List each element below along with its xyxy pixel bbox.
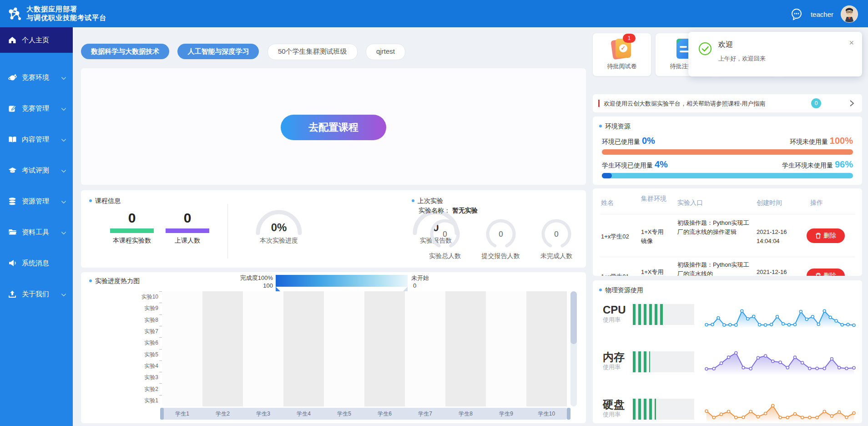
sidebar-nav: 个人主页 竞赛环境 竞赛管理 内容管理 考试评测 资源管理 — [0, 27, 73, 426]
env-title-row: 环境资源 — [599, 122, 631, 131]
env-free-row1: 环境未使用量 100% — [790, 136, 853, 146]
delete-button[interactable]: 删除 — [807, 228, 845, 243]
env-free-value: 100% — [830, 136, 853, 146]
slider-handle-left[interactable] — [160, 408, 164, 420]
legend-gradient-bar[interactable] — [276, 275, 408, 287]
env-progress-bar-2 — [602, 173, 853, 178]
ring-gauge-total: 0 实验总人数 — [420, 218, 470, 260]
col-header-action: 操作 — [810, 198, 847, 207]
cell-env: 1+X专用镜像 — [641, 268, 669, 276]
cell-name: 1+x学生02 — [601, 232, 639, 241]
tab-qjrtest[interactable]: qjrtest — [366, 44, 405, 60]
bullet-icon — [599, 289, 602, 291]
chevron-down-icon — [61, 75, 66, 80]
cell-entry: 初级操作题：Python实现工厂的流水线的 — [677, 260, 752, 276]
heatmap-v-scrollbar[interactable] — [570, 291, 577, 406]
info-text: 欢迎使用云创大数据实验平台，相关帮助请参照课程-用户指南 — [604, 100, 765, 108]
sidebar-item-material-tools[interactable]: 资料工具 — [0, 221, 73, 243]
col-header-env: 集群环境 — [641, 194, 669, 203]
legend-right-labels: 未开始 0 — [411, 274, 429, 289]
heatmap-y-label: 实验7 — [120, 326, 158, 337]
heatmap-column — [405, 291, 445, 406]
help-info-bar[interactable]: 欢迎使用云创大数据实验平台，相关帮助请参照课程-用户指南 0 — [593, 94, 862, 112]
ring-arc: 0 — [485, 218, 516, 249]
legend-handle-right[interactable] — [403, 287, 408, 291]
ring-label: 实验总人数 — [420, 252, 470, 260]
tab-ai-deep-learning[interactable]: 人工智能与深度学习 — [177, 44, 259, 59]
experiment-name-label: 实验名称： — [419, 207, 450, 214]
tab-cluster-test-class[interactable]: 50个学生集群测试班级 — [267, 44, 358, 60]
sidebar-item-competition-env[interactable]: 竞赛环境 — [0, 66, 73, 88]
tab-data-science[interactable]: 数据科学与大数据技术 — [81, 44, 169, 59]
sidebar-item-home[interactable]: 个人主页 — [0, 27, 73, 53]
notify-card-exam[interactable]: ✓ 1 待批阅试卷 — [593, 33, 651, 76]
cell-entry: 初级操作题：Python实现工厂的流水线的操作逻辑 — [677, 218, 752, 237]
section-title: 环境资源 — [605, 122, 631, 130]
heatmap-column — [324, 291, 364, 406]
sidebar-item-resource-mgmt[interactable]: 资源管理 — [0, 190, 73, 212]
exam-paper-icon: ✓ 1 — [611, 38, 633, 60]
username[interactable]: teacher — [811, 10, 833, 18]
cpu-stripe-gauge — [633, 304, 694, 325]
resource-label: 内存 — [603, 351, 625, 363]
configure-course-button[interactable]: 去配置课程 — [281, 115, 386, 140]
delete-button[interactable]: 删除 — [807, 269, 845, 276]
sidebar-item-about-us[interactable]: 关于我们 — [0, 283, 73, 305]
env-free-label: 学生环境未使用量 — [782, 162, 833, 169]
heatmap-column — [445, 291, 486, 406]
top-header: 大数据应用部署 与调优职业技能考试平台 teacher — [0, 0, 868, 27]
cell-time: 2021-12-16 — [757, 268, 802, 276]
cell-name: 1+x学生01 — [601, 272, 639, 276]
toast-title: 欢迎 — [718, 40, 733, 50]
sidebar-item-content-mgmt[interactable]: 内容管理 — [0, 128, 73, 150]
heatmap-y-label: 实验1 — [120, 395, 158, 406]
sidebar-item-competition-mgmt[interactable]: 竞赛管理 — [0, 97, 73, 119]
course-info-card: 课程信息 0 本课程实验数 0 上课人数 0% 本次实验进度 0 — [81, 190, 586, 268]
messages-icon[interactable] — [790, 7, 803, 21]
heatmap-x-label: 学生3 — [243, 408, 283, 420]
sidebar-item-label: 考试评测 — [22, 166, 61, 175]
legend-handle-left[interactable] — [276, 287, 280, 291]
stat-underline-purple — [166, 228, 209, 233]
resource-label: CPU — [603, 304, 626, 316]
heatmap-y-label: 实验6 — [120, 337, 158, 349]
sidebar-item-label: 系统消息 — [22, 259, 66, 268]
memory-line-chart — [704, 346, 857, 379]
planet-icon — [8, 73, 17, 82]
resource-sublabel: 使用率 — [603, 316, 626, 324]
stripe-fill — [633, 351, 650, 372]
experiment-name-row: 实验名称： 暂无实验 — [419, 207, 478, 215]
heatmap-x-slider[interactable]: 学生1学生2学生3学生4学生5学生6学生7学生8学生9学生10 — [162, 408, 567, 420]
gauge-label: 本次实验进度 — [249, 237, 308, 245]
bullet-icon — [89, 199, 92, 202]
heatmap-column — [526, 291, 567, 406]
divider — [600, 257, 855, 257]
app-window: 大数据应用部署 与调优职业技能考试平台 teacher — [0, 0, 868, 426]
heatmap-y-label: 实验10 — [120, 291, 158, 303]
avatar[interactable] — [841, 5, 858, 23]
app-title-line1: 大数据应用部署 — [26, 5, 106, 13]
sidebar-item-system-messages[interactable]: 系统消息 — [0, 252, 73, 274]
env-used-row2: 学生环境已使用量 4% — [602, 159, 668, 170]
trash-icon — [815, 273, 821, 276]
upload-icon — [8, 289, 17, 299]
legend-left-labels: 完成度100% 100 — [231, 274, 273, 289]
col-header-time: 创建时间 — [757, 198, 804, 207]
section-title: 上次实验 — [418, 197, 443, 204]
stat-label: 上课人数 — [165, 237, 210, 245]
scrollbar-thumb[interactable] — [570, 291, 577, 344]
stat-label: 本课程实验数 — [109, 237, 155, 245]
chevron-right-icon[interactable] — [848, 99, 856, 107]
slider-handle-right[interactable] — [567, 408, 570, 420]
heatmap-column — [283, 291, 324, 406]
cell-env: 1+X专用镜像 — [641, 228, 669, 246]
stat-student-count: 0 上课人数 — [165, 210, 210, 245]
legend-max-label: 完成度100% — [231, 274, 273, 282]
sidebar-item-exam-eval[interactable]: 考试评测 — [0, 159, 73, 181]
bullet-icon — [599, 125, 602, 127]
last-experiment-gauges: 0 实验总人数 0 提交报告人数 0 未完成人数 — [420, 218, 581, 260]
close-icon[interactable]: × — [849, 38, 854, 48]
env-free-value: 96% — [835, 159, 853, 169]
section-title: 物理资源使用 — [605, 286, 643, 294]
home-icon — [8, 36, 17, 45]
